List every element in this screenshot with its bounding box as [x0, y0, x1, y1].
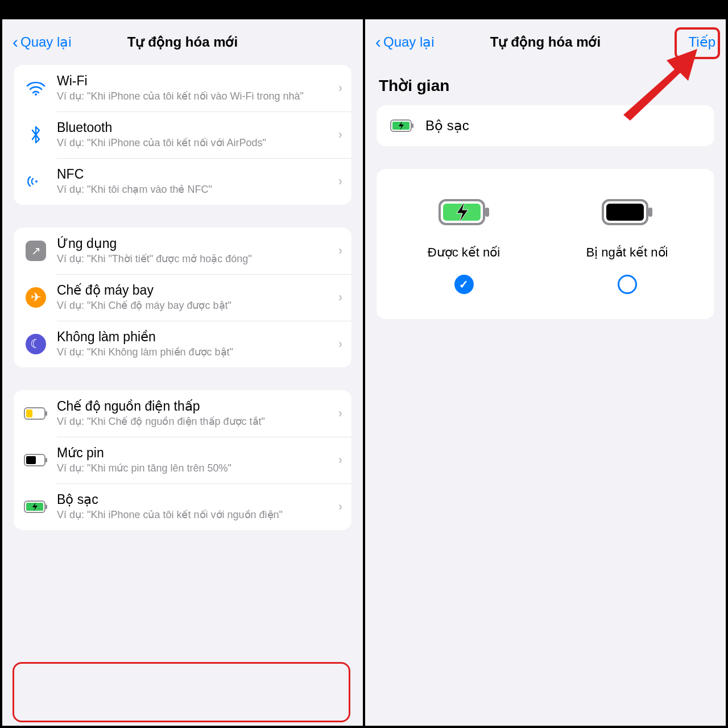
choice-connected[interactable]: Được kết nối ✓	[388, 189, 540, 294]
airplane-icon: ✈	[23, 287, 49, 308]
trigger-row-airplane[interactable]: ✈ Chế độ máy bay Ví dụ: "Khi Chế độ máy …	[14, 274, 351, 321]
nfc-icon	[23, 173, 49, 189]
trigger-row-nfc[interactable]: NFC Ví dụ: "Khi tôi chạm vào thẻ NFC" ›	[14, 158, 351, 205]
back-button[interactable]: ‹ Quay lại	[375, 34, 435, 50]
choice-label: Được kết nối	[388, 245, 540, 260]
charger-state-card: Được kết nối ✓ Bị ngắt kết nối	[377, 169, 714, 319]
selected-trigger-card: Bộ sạc	[377, 105, 714, 146]
row-title: Bluetooth	[57, 120, 334, 135]
next-button[interactable]: Tiếp	[689, 34, 715, 50]
annotation-highlight-charger	[13, 662, 350, 722]
status-bar	[365, 2, 726, 19]
chevron-right-icon: ›	[338, 243, 342, 258]
choice-disconnected[interactable]: Bị ngắt kết nối	[551, 189, 703, 294]
svg-rect-9	[46, 504, 47, 509]
charger-icon	[23, 500, 49, 513]
trigger-row-low-power[interactable]: Chế độ nguồn điện thấp Ví dụ: "Khi Chế đ…	[14, 390, 351, 437]
trigger-group: Chế độ nguồn điện thấp Ví dụ: "Khi Chế đ…	[14, 390, 351, 530]
back-label: Quay lại	[20, 34, 72, 50]
row-title: Không làm phiền	[57, 329, 334, 345]
row-title: Chế độ máy bay	[57, 283, 334, 298]
trigger-group: Wi-Fi Ví dụ: "Khi iPhone của tôi kết nối…	[14, 65, 351, 205]
row-title: NFC	[57, 167, 334, 182]
row-subtitle: Ví dụ: "Khi Không làm phiền được bật"	[57, 346, 334, 359]
chevron-left-icon: ‹	[13, 35, 18, 49]
back-button[interactable]: ‹ Quay lại	[13, 34, 72, 50]
row-title: Mức pin	[57, 445, 334, 461]
chevron-right-icon: ›	[338, 127, 342, 142]
content-scroll[interactable]: Thời gian Bộ sạc Được kết nối ✓	[365, 59, 726, 726]
status-bar	[2, 2, 363, 19]
selected-trigger-label: Bộ sạc	[425, 118, 469, 134]
chevron-right-icon: ›	[338, 406, 342, 421]
low-power-icon	[23, 407, 49, 420]
trigger-row-bluetooth[interactable]: Bluetooth Ví dụ: "Khi iPhone của tôi kết…	[14, 111, 351, 158]
choice-label: Bị ngắt kết nối	[551, 245, 703, 260]
chevron-right-icon: ›	[338, 81, 342, 96]
row-subtitle: Ví dụ: "Khi iPhone của tôi kết nối vào W…	[57, 90, 334, 103]
trigger-row-dnd[interactable]: ☾ Không làm phiền Ví dụ: "Khi Không làm …	[14, 321, 351, 367]
trigger-row-battery-level[interactable]: Mức pin Ví dụ: "Khi mức pin tăng lên trê…	[14, 437, 351, 483]
content-scroll[interactable]: Wi-Fi Ví dụ: "Khi iPhone của tôi kết nối…	[2, 59, 363, 726]
row-title: Wi-Fi	[57, 73, 334, 89]
screenshot-left: ‹ Quay lại Tự động hóa mới Wi-Fi Ví dụ: …	[2, 2, 363, 726]
svg-rect-4	[26, 410, 32, 417]
row-title: Ứng dụng	[57, 236, 334, 251]
svg-rect-15	[485, 208, 489, 217]
back-label: Quay lại	[383, 34, 435, 50]
row-subtitle: Ví dụ: "Khi tôi chạm vào thẻ NFC"	[57, 183, 334, 196]
app-icon: ↗	[23, 241, 49, 261]
section-title: Thời gian	[379, 76, 714, 95]
navbar: ‹ Quay lại Tự động hóa mới	[2, 25, 363, 59]
row-subtitle: Ví dụ: "Khi iPhone của tôi kết nối với A…	[57, 136, 334, 150]
battery-charging-icon	[388, 189, 540, 235]
svg-rect-12	[412, 123, 413, 128]
row-title: Bộ sạc	[57, 492, 334, 507]
row-subtitle: Ví dụ: "Khi iPhone của tôi kết nối với n…	[57, 508, 334, 522]
chevron-right-icon: ›	[338, 337, 342, 351]
checkmark-icon: ✓	[454, 275, 474, 294]
chevron-right-icon: ›	[338, 174, 342, 189]
row-subtitle: Ví dụ: "Khi Chế độ nguồn điện thấp được …	[57, 415, 334, 428]
wifi-icon	[23, 81, 49, 96]
charger-icon	[389, 119, 415, 132]
trigger-row-app[interactable]: ↗ Ứng dụng Ví dụ: "Khi "Thời tiết" được …	[14, 228, 351, 274]
row-title: Chế độ nguồn điện thấp	[57, 399, 334, 414]
navbar: ‹ Quay lại Tự động hóa mới Tiếp	[365, 25, 726, 59]
dnd-icon: ☾	[23, 334, 49, 354]
chevron-right-icon: ›	[338, 499, 342, 514]
row-subtitle: Ví dụ: "Khi mức pin tăng lên trên 50%"	[57, 462, 334, 475]
radio-selected[interactable]: ✓	[388, 275, 540, 294]
svg-rect-3	[46, 411, 47, 416]
chevron-right-icon: ›	[338, 453, 342, 468]
trigger-group: ↗ Ứng dụng Ví dụ: "Khi "Thời tiết" được …	[14, 228, 351, 367]
sheet-handle	[2, 19, 363, 25]
trigger-row-wifi[interactable]: Wi-Fi Ví dụ: "Khi iPhone của tôi kết nối…	[14, 65, 351, 111]
svg-point-1	[35, 180, 38, 183]
bluetooth-icon	[23, 125, 49, 144]
radio-unselected[interactable]	[551, 275, 703, 294]
svg-rect-7	[26, 456, 36, 464]
svg-rect-19	[606, 204, 644, 221]
row-subtitle: Ví dụ: "Khi "Thời tiết" được mở hoặc đón…	[57, 253, 334, 266]
svg-rect-18	[648, 208, 652, 217]
svg-rect-6	[46, 458, 47, 462]
chevron-left-icon: ‹	[375, 35, 381, 49]
screenshot-right: ‹ Quay lại Tự động hóa mới Tiếp Thời gia…	[365, 2, 726, 726]
row-subtitle: Ví dụ: "Khi Chế độ máy bay được bật"	[57, 299, 334, 312]
chevron-right-icon: ›	[338, 290, 342, 305]
sheet-handle	[365, 19, 726, 25]
trigger-row-charger[interactable]: Bộ sạc Ví dụ: "Khi iPhone của tôi kết nố…	[14, 483, 351, 530]
svg-point-0	[35, 93, 37, 96]
battery-level-icon	[23, 454, 49, 466]
battery-full-icon	[551, 189, 703, 235]
selected-trigger-row[interactable]: Bộ sạc	[377, 105, 714, 146]
